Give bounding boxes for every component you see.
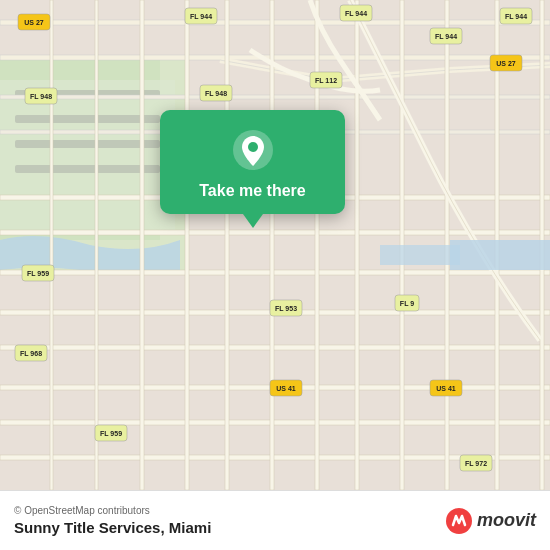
location-pin-icon [231,128,275,172]
svg-rect-8 [0,20,550,25]
svg-rect-29 [140,0,144,490]
svg-rect-30 [95,0,98,490]
svg-rect-9 [0,55,550,60]
svg-text:FL 948: FL 948 [30,93,52,100]
svg-rect-31 [50,0,53,490]
location-info: © OpenStreetMap contributors Sunny Title… [14,505,445,536]
svg-rect-10 [0,95,550,99]
map-container: US 27 FL 944 FL 944 FL 944 FL 948 FL 948… [0,0,550,490]
map-svg: US 27 FL 944 FL 944 FL 944 FL 948 FL 948… [0,0,550,490]
svg-text:US 27: US 27 [496,60,516,67]
svg-rect-14 [0,270,550,275]
svg-rect-21 [225,0,229,490]
svg-point-69 [248,142,258,152]
svg-text:FL 944: FL 944 [435,33,457,40]
svg-rect-16 [0,345,550,350]
moovit-text: moovit [477,510,536,531]
bottom-bar: © OpenStreetMap contributors Sunny Title… [0,490,550,550]
svg-rect-32 [450,240,550,270]
svg-text:FL 972: FL 972 [465,460,487,467]
take-me-there-button[interactable]: Take me there [199,182,305,200]
svg-text:FL 948: FL 948 [205,90,227,97]
osm-attribution: © OpenStreetMap contributors [14,505,445,516]
svg-rect-18 [0,420,550,425]
svg-rect-24 [355,0,359,490]
moovit-icon [445,507,473,535]
svg-rect-20 [185,0,189,490]
svg-text:FL 968: FL 968 [20,350,42,357]
svg-rect-7 [15,165,160,173]
svg-rect-33 [380,245,460,265]
moovit-logo[interactable]: moovit [445,507,536,535]
svg-text:FL 944: FL 944 [345,10,367,17]
svg-text:FL 112: FL 112 [315,77,337,84]
svg-rect-6 [15,140,160,148]
popup-card[interactable]: Take me there [160,110,345,214]
location-title: Sunny Title Services, Miami [14,519,445,536]
svg-text:FL 944: FL 944 [190,13,212,20]
svg-text:FL 959: FL 959 [100,430,122,437]
svg-text:FL 959: FL 959 [27,270,49,277]
svg-text:FL 9: FL 9 [400,300,414,307]
svg-rect-5 [15,115,160,123]
svg-text:FL 953: FL 953 [275,305,297,312]
svg-text:US 41: US 41 [276,385,296,392]
svg-text:US 41: US 41 [436,385,456,392]
svg-text:US 27: US 27 [24,19,44,26]
svg-rect-22 [270,0,274,490]
svg-text:FL 944: FL 944 [505,13,527,20]
